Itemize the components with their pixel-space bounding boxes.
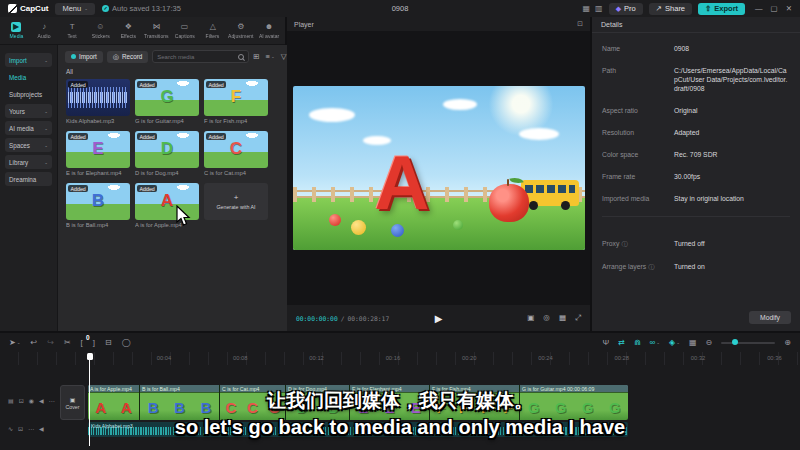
search-input[interactable]: [157, 54, 235, 60]
detail-row: Frame rate30.00fps: [602, 172, 790, 181]
timeline-ruler[interactable]: 00:0400:0800:1200:1600:2000:2400:2800:32…: [0, 352, 800, 365]
redo-icon[interactable]: ↪: [47, 338, 54, 347]
import-button[interactable]: Import: [65, 51, 103, 63]
sidebar-item-label: AI media: [9, 125, 34, 132]
added-badge: Added: [137, 81, 157, 88]
sidebar-item-label: Subprojects: [9, 91, 42, 98]
close-button[interactable]: ✕: [786, 4, 792, 13]
tab-transitions[interactable]: ⋈Transitions: [142, 22, 170, 39]
tab-media[interactable]: ▶Media: [2, 22, 30, 39]
modify-button[interactable]: Modify: [749, 311, 791, 324]
resolution-icon[interactable]: ▦: [559, 313, 566, 323]
menu-button[interactable]: Menu ⌄: [55, 3, 95, 15]
export-button[interactable]: ⇧ Export: [698, 3, 745, 15]
mouse-cursor: [176, 205, 192, 231]
media-item-e-is-for-elephant-mp4[interactable]: EAddedE is for Elephant.mp4: [66, 131, 130, 176]
mask-icon-glyph: ◯: [122, 338, 131, 347]
tab-text[interactable]: TText: [58, 22, 86, 39]
voiceover-mic-icon[interactable]: Ψ: [603, 338, 610, 347]
link-clips-icon[interactable]: ∞⌄: [650, 338, 660, 347]
letter-graphic: E: [92, 139, 103, 159]
sort-icon[interactable]: ≡⌄: [266, 52, 275, 61]
layout-default-icon[interactable]: ▦: [583, 4, 591, 13]
sidebar-item-library[interactable]: Library⌄: [5, 155, 52, 169]
video-preview[interactable]: A: [293, 86, 585, 250]
record-icon: ◎: [113, 53, 119, 60]
tab-captions[interactable]: ▭Captions: [171, 22, 199, 39]
media-item-name: C is for Cat.mp4: [204, 170, 268, 176]
share-button[interactable]: ↗ Share: [649, 3, 692, 15]
transitions-icon: ⋈: [153, 22, 161, 32]
trim-right-icon[interactable]: ]: [93, 338, 95, 347]
tab-stickers[interactable]: ☺Stickers: [86, 22, 114, 39]
record-button[interactable]: ◎ Record: [107, 51, 148, 63]
tab-label: Filters: [206, 33, 220, 39]
tab-audio[interactable]: ♪Audio: [30, 22, 58, 39]
sidebar-item-label: Dreamina: [9, 176, 36, 183]
titlebar: CapCut Menu ⌄ ✓ Auto saved 13:17:35 0908…: [0, 0, 800, 17]
zoom-out-icon[interactable]: ⊖: [706, 338, 713, 347]
detail-row: Imported mediaStay in original location: [602, 194, 790, 203]
tab-filters[interactable]: △Filters: [199, 22, 227, 39]
zoom-slider-knob[interactable]: [732, 339, 738, 345]
search-box[interactable]: [152, 50, 249, 63]
minimize-button[interactable]: —: [755, 4, 763, 13]
detail-row: Name0908: [602, 44, 790, 53]
maximize-button[interactable]: ▢: [771, 4, 778, 13]
media-item-kids-alphabet-mp3[interactable]: AddedKids Alphabet.mp3: [66, 79, 130, 124]
sidebar-item-dreamina[interactable]: Dreamina: [5, 172, 52, 186]
sidebar-item-yours[interactable]: Yours⌄: [5, 104, 52, 118]
pro-diamond-icon: ◆: [616, 5, 621, 13]
total-timecode: 00:00:28:17: [348, 315, 390, 322]
sidebar-item-subprojects[interactable]: Subprojects: [5, 87, 52, 101]
stickers-icon: ☺: [96, 22, 104, 32]
link-clips-icon-glyph: ∞: [650, 338, 656, 347]
generate-with-ai-button[interactable]: +Generate with AI: [204, 183, 268, 220]
layout-compact-icon[interactable]: ▥: [595, 4, 603, 13]
left-column: ▶Media♪AudioTText☺Stickers❖Effects⋈Trans…: [0, 17, 285, 331]
chevron-down-icon: ⌄: [44, 58, 48, 63]
sidebar-item-spaces[interactable]: Spaces⌄: [5, 138, 52, 152]
sidebar-item-media[interactable]: Media: [5, 70, 52, 84]
split-icon[interactable]: ✂: [64, 338, 71, 347]
zoom-slider[interactable]: [721, 342, 775, 344]
ripple-edit-icon[interactable]: ⇄: [618, 338, 625, 347]
generate-with-ai-tile[interactable]: +Generate with AI: [204, 183, 268, 228]
detail-row: Aspect ratioOriginal: [602, 106, 790, 115]
mask-icon[interactable]: ◯: [122, 338, 131, 347]
view-toggle-icon[interactable]: ⊞: [253, 52, 259, 61]
sidebar-item-label: Library: [9, 159, 28, 166]
tab-effects[interactable]: ❖Effects: [114, 22, 142, 39]
preview-axis-icon[interactable]: ◈⌄: [669, 338, 680, 347]
select-tool[interactable]: ➤⌄: [9, 338, 20, 347]
media-thumbnail: CAdded: [204, 131, 268, 168]
capcut-window: CapCut Menu ⌄ ✓ Auto saved 13:17:35 0908…: [0, 0, 800, 450]
sidebar-item-import[interactable]: Import⌄: [5, 53, 52, 67]
media-item-f-is-for-fish-mp4[interactable]: FAddedF is for Fish.mp4: [204, 79, 268, 124]
media-item-c-is-for-cat-mp4[interactable]: CAddedC is for Cat.mp4: [204, 131, 268, 176]
chevron-down-icon: ⌄: [676, 340, 680, 345]
zoom-in-icon[interactable]: ⊕: [784, 338, 791, 347]
play-button[interactable]: ▶: [435, 313, 443, 324]
player-detach-icon[interactable]: ⊡: [577, 20, 583, 28]
pro-button[interactable]: ◆ Pro: [609, 3, 643, 15]
tab-label: Text: [68, 33, 77, 39]
sidebar-item-ai-media[interactable]: AI media⌄: [5, 121, 52, 135]
tab-adjustment[interactable]: ⚙Adjustment: [227, 22, 255, 39]
playhead-time-label: 0: [86, 334, 90, 341]
media-item-b-is-for-ball-mp4[interactable]: BAddedB is for Ball.mp4: [66, 183, 130, 228]
undo-icon-glyph: ↩: [30, 338, 37, 347]
media-item-d-is-for-dog-mp4[interactable]: DAddedD is for Dog.mp4: [135, 131, 199, 176]
undo-icon[interactable]: ↩: [30, 338, 37, 347]
tab-label: Stickers: [91, 33, 109, 39]
preview-quality-icon[interactable]: ◎: [543, 313, 550, 323]
mirror-preview-icon[interactable]: ▣: [527, 313, 534, 323]
trim-left-icon[interactable]: [: [81, 338, 83, 347]
delete-icon[interactable]: ⊟: [105, 338, 112, 347]
fullscreen-icon[interactable]: ⤢: [575, 313, 581, 323]
render-preview-icon[interactable]: ▦: [689, 338, 697, 347]
media-item-g-is-for-guitar-mp4[interactable]: GAddedG is for Guitar.mp4: [135, 79, 199, 124]
detail-value: Turned off: [674, 239, 790, 249]
tab-ai-avatar[interactable]: ☻AI avatar: [255, 22, 283, 39]
magnet-snap-icon[interactable]: ⋒: [634, 338, 641, 347]
